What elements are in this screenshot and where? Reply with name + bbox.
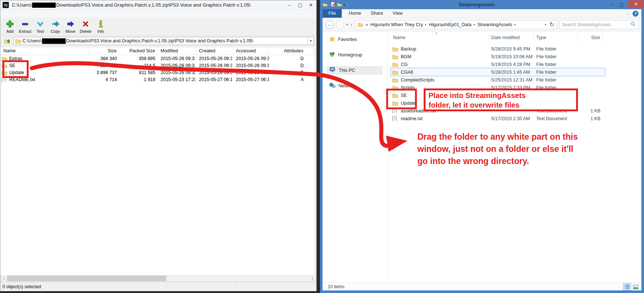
file-name: README.txt <box>9 77 35 82</box>
menu-item[interactable] <box>30 13 36 15</box>
horizontal-scrollbar[interactable]: ‹ › <box>1 275 316 282</box>
customize-qat-icon[interactable]: ▾ <box>344 3 345 7</box>
add-button[interactable]: Add <box>3 18 17 35</box>
folder-icon <box>392 85 398 90</box>
minimize-button[interactable]: – <box>284 1 295 9</box>
explorer-address-bar: ← → ▾ ↑ « Higurashi When They Cry▸Higura… <box>323 18 641 31</box>
list-item[interactable]: Backup 5/28/2015 9:45 PM File folder <box>391 45 605 53</box>
cell-size: 3 896 737 <box>89 70 118 75</box>
homegroup-icon <box>329 52 335 58</box>
cell-date-modified: 5/28/2015 1:45 AM <box>489 70 534 75</box>
column-header-packed-size[interactable]: Packed Size <box>118 48 157 55</box>
new-folder-icon[interactable] <box>337 1 342 8</box>
column-header-date-modified[interactable]: Date modified <box>489 34 534 41</box>
tab-file[interactable]: File <box>323 9 342 18</box>
chevron-right-icon[interactable]: ▸ <box>514 23 516 26</box>
column-header-accessed[interactable]: Accessed <box>232 48 269 55</box>
recent-locations-icon[interactable]: ▾ <box>346 23 348 27</box>
menu-item[interactable] <box>6 13 12 15</box>
file-name: CG <box>401 62 408 67</box>
address-dropdown-icon[interactable]: ▾ <box>545 23 547 27</box>
list-item[interactable]: CompiledScripts 5/25/2015 12:31 AM File … <box>391 76 605 84</box>
file-name: BGM <box>401 54 411 59</box>
delete-button[interactable]: Delete <box>78 18 93 35</box>
cell-accessed: 2015-05-26 09:31 <box>232 56 269 61</box>
properties-icon[interactable] <box>331 1 335 8</box>
sidebar-item-this-pc[interactable]: This PC <box>327 66 382 74</box>
close-button[interactable]: ✕ <box>628 0 644 8</box>
copy-button[interactable]: Copy <box>48 18 63 35</box>
menu-item[interactable] <box>0 13 6 15</box>
search-icon[interactable] <box>630 21 636 28</box>
maximize-button[interactable]: ▢ <box>616 2 627 7</box>
back-button[interactable]: ← <box>326 21 334 29</box>
folder-icon <box>1 63 7 68</box>
sidebar-item-homegroup[interactable]: Homegroup <box>327 51 382 59</box>
cell-name: CG <box>391 62 489 67</box>
test-button[interactable]: Test <box>33 18 48 35</box>
chevron-right-icon[interactable]: ▸ <box>425 23 427 26</box>
column-header-modified[interactable]: Modified <box>157 48 195 55</box>
folder-icon <box>392 46 398 52</box>
7zip-file-list: Extras 368 340 358 695 2015-05-26 09:31 … <box>0 55 314 275</box>
minimize-ribbon-icon[interactable]: ⌄ <box>626 11 630 16</box>
column-header-size[interactable]: Size <box>578 34 603 41</box>
forward-button[interactable]: → <box>336 21 344 29</box>
breadcrumb[interactable]: « Higurashi When They Cry▸HigurashiEp01_… <box>355 20 557 29</box>
7zip-path-input[interactable]: C:\Users\Downloads\PS3.Voice.and.Graphic… <box>13 37 314 45</box>
list-item[interactable]: CG 5/19/2015 4:28 PM File folder <box>391 60 605 68</box>
move-button[interactable]: Move <box>63 18 78 35</box>
tab-share[interactable]: Share <box>366 9 388 18</box>
column-header-size[interactable]: Size <box>89 48 118 55</box>
menu-item[interactable] <box>18 13 24 15</box>
root-folder-icon[interactable] <box>3 37 11 45</box>
close-button[interactable]: ✕ <box>306 1 316 9</box>
annotation-instruction-box: Place into StreamingAssets folder, let i… <box>424 88 578 111</box>
folder-icon[interactable] <box>323 1 328 8</box>
list-item[interactable]: CGAlt 5/28/2015 1:45 AM File folder <box>391 68 605 76</box>
table-row[interactable]: README.txt 4 714 1 918 2015-05-23 17:28 … <box>0 76 314 83</box>
maximize-button[interactable]: ▢ <box>295 1 306 9</box>
column-header-name[interactable]: Name <box>0 48 89 55</box>
info-button[interactable]: Info <box>93 18 108 35</box>
minimize-button[interactable]: – <box>606 2 616 7</box>
breadcrumb-item[interactable]: Higurashi When They Cry▸ <box>370 22 427 27</box>
folder-icon <box>392 62 398 67</box>
details-view-button[interactable] <box>623 283 631 290</box>
breadcrumb-overflow-icon[interactable]: « <box>366 22 368 27</box>
table-row[interactable]: SE 234 467 214 5 2015-05-26 09:31 2015-0… <box>0 62 314 69</box>
sidebar-item-favorites[interactable]: Favorites <box>327 35 382 43</box>
search-input[interactable]: Search StreamingAssets <box>559 20 638 29</box>
breadcrumb-item[interactable]: HigurashiEp01_Data▸ <box>429 22 475 27</box>
table-row[interactable]: Extras 368 340 358 695 2015-05-26 09:31 … <box>0 55 314 62</box>
chevron-right-icon[interactable]: ▸ <box>473 23 475 26</box>
list-item[interactable]: readme.txt 5/17/2015 2:30 AM Text Docume… <box>391 115 605 122</box>
cell-modified: 2015-05-23 17:28 <box>157 77 195 82</box>
scrollbar-thumb[interactable] <box>7 276 166 281</box>
column-header-name[interactable]: Name <box>391 34 489 41</box>
breadcrumb-item[interactable]: StreamingAssets▸ <box>478 22 516 27</box>
help-icon[interactable]: ? <box>633 11 638 17</box>
tab-view[interactable]: View <box>388 9 407 18</box>
extract-button[interactable]: Extract <box>18 18 32 35</box>
thumbnail-view-button[interactable] <box>632 283 639 290</box>
scroll-right-arrow[interactable]: › <box>310 276 316 281</box>
column-header-attributes[interactable]: Attributes <box>269 48 314 55</box>
scroll-left-arrow[interactable]: ‹ <box>1 276 7 281</box>
menu-item[interactable] <box>24 13 30 15</box>
sidebar-item-network[interactable]: Network <box>327 82 382 90</box>
up-button[interactable]: ↑ <box>350 22 353 28</box>
list-item[interactable]: BGM 5/19/2015 10:06 AM File folder <box>391 53 605 60</box>
item-count: 10 items <box>328 284 344 289</box>
table-row[interactable]: Update 3 896 737 811 585 2015-05-26 09:3… <box>0 69 314 76</box>
refresh-icon[interactable]: ↻ <box>550 21 554 28</box>
address-path-suffix: Downloads\PS3.Voice.and.Graphics.Patch.v… <box>66 38 253 43</box>
column-header-created[interactable]: Created <box>195 48 232 55</box>
file-name: CompiledScripts <box>401 77 434 83</box>
tab-home[interactable]: Home <box>344 9 366 18</box>
menu-item[interactable] <box>12 13 18 15</box>
scrollbar-track[interactable] <box>7 276 310 281</box>
path-dropdown-button[interactable]: ▾ <box>307 37 314 45</box>
column-header-type[interactable]: Type <box>534 34 578 41</box>
folder-icon <box>358 22 364 27</box>
